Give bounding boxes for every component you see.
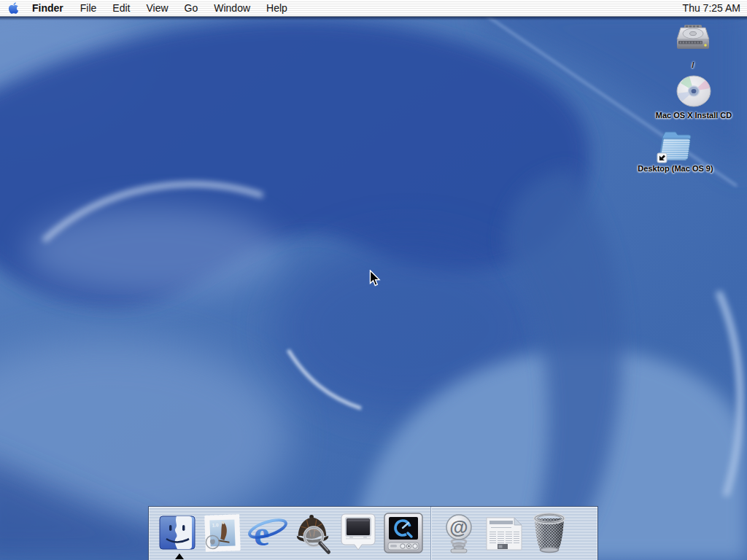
- mail-stamp-version-text: 1.0: [212, 522, 219, 527]
- dock-quicktime-player[interactable]: [383, 511, 424, 555]
- quicktime-player-icon: [383, 511, 424, 555]
- internet-explorer-icon: e: [247, 513, 288, 553]
- hard-disk-icon: [673, 23, 713, 60]
- at-symbol-spring-icon: @: [438, 511, 479, 555]
- desktop-icon-label: Desktop (Mac OS 9): [638, 164, 713, 173]
- dock-system-preferences[interactable]: [338, 511, 379, 555]
- dock-trash[interactable]: [529, 511, 570, 555]
- menu-finder[interactable]: Finder: [26, 0, 72, 16]
- mail-stamp-icon: 1.0: [201, 512, 244, 554]
- menu-help[interactable]: Help: [258, 0, 295, 16]
- dock: 1.0 e: [148, 506, 598, 560]
- menu-bar: Finder File Edit View Go Window Help Thu…: [0, 0, 747, 17]
- desktop-icon-label: Mac OS X Install CD: [656, 111, 732, 120]
- apple-logo-icon: [8, 1, 19, 15]
- desktop-icon-install-cd[interactable]: Mac OS X Install CD: [649, 74, 739, 120]
- desktop-icon-os9-desktop-folder[interactable]: Desktop (Mac OS 9): [631, 128, 720, 173]
- folder-alias-icon: [657, 128, 694, 163]
- desktop-icon-hard-disk[interactable]: /: [649, 23, 737, 69]
- dock-sherlock[interactable]: [293, 511, 333, 555]
- menu-edit[interactable]: Edit: [104, 0, 138, 16]
- dock-mac-com[interactable]: @: [438, 511, 479, 555]
- finder-icon: [158, 515, 197, 551]
- dock-separator: [430, 507, 432, 560]
- apple-menu[interactable]: [0, 0, 26, 16]
- menu-file[interactable]: File: [72, 0, 105, 16]
- dock-finder[interactable]: [157, 511, 198, 555]
- desktop-icon-label: /: [692, 61, 694, 69]
- ie-letter-e: e: [254, 514, 269, 553]
- menu-bar-shadow: [0, 17, 747, 20]
- system-preferences-icon: [338, 511, 379, 555]
- menu-bar-clock[interactable]: Thu 7:25 AM: [676, 0, 747, 16]
- finder-running-indicator: [175, 553, 184, 559]
- newspaper-icon: [484, 512, 525, 554]
- menu-view[interactable]: View: [138, 0, 176, 16]
- sherlock-icon: [293, 512, 333, 554]
- trash-icon: [529, 511, 570, 555]
- menu-window[interactable]: Window: [206, 0, 258, 16]
- cd-icon: [675, 74, 713, 110]
- dock-mail[interactable]: 1.0: [202, 511, 243, 555]
- mouse-cursor-arrow: [369, 270, 381, 287]
- menu-go[interactable]: Go: [177, 0, 206, 16]
- dock-internet-explorer[interactable]: e: [247, 511, 288, 555]
- dock-late-breaking-news[interactable]: [484, 511, 525, 555]
- at-symbol-text: @: [449, 516, 468, 538]
